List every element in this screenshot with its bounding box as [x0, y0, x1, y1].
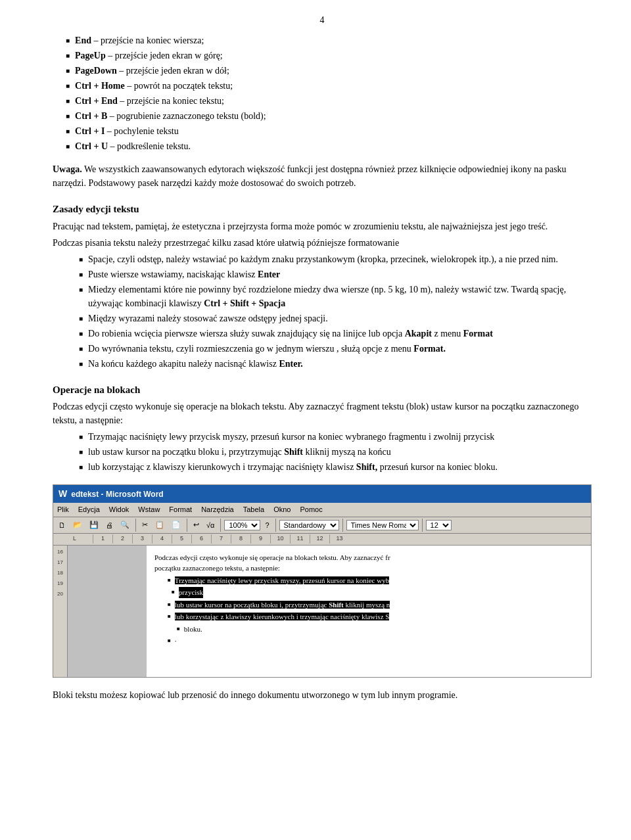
keyboard-shortcuts-list: End – przejście na koniec wiersza; PageU…: [66, 34, 592, 153]
tb-new[interactable]: 🗋: [56, 520, 68, 530]
menu-pomoc[interactable]: Pomoc: [300, 504, 322, 515]
zasady-bullets: Spacje, czyli odstęp, należy wstawiać po…: [66, 252, 592, 371]
ruler-mark: 8: [231, 534, 250, 544]
page-number: 4: [53, 13, 592, 27]
word-list-item1b: przycisk: [162, 587, 583, 598]
bullet-text: Do robienia wcięcia pierwsze wiersza słu…: [88, 327, 493, 340]
tb-preview[interactable]: 🔍: [118, 519, 132, 530]
ruler-mark: 11: [290, 534, 310, 544]
ruler-marks: 1 2 3 4 5 6 7 8 9 10 11 12 13: [93, 534, 591, 544]
tb-formula[interactable]: √α: [204, 520, 217, 530]
shortcut-key: Ctrl + Home: [75, 81, 125, 91]
operacje-heading: Operacje na blokach: [53, 383, 592, 398]
tb-style[interactable]: Standardowy: [279, 520, 339, 530]
ruler-mark: 5: [172, 534, 191, 544]
menu-plik[interactable]: Plik: [57, 504, 69, 515]
toolbar-row: 🗋 📂 💾 🖨 🔍 ✂ 📋 📄 ↩ √α 100% ? Standardowy …: [53, 517, 591, 534]
list-item: Miedzy elementami które nie powinny być …: [79, 283, 592, 310]
uwaga-title: Uwaga.: [53, 164, 82, 174]
word-content-bloku: bloku.: [184, 624, 202, 635]
shortcut-desc: – przejście na koniec tekstu;: [120, 96, 224, 106]
shortcut-key: Ctrl + B: [75, 111, 107, 121]
menu-narzedzia[interactable]: Narzędzia: [201, 504, 234, 515]
tb-paste[interactable]: 📄: [169, 519, 183, 530]
bullet-text: lub korzystając z klawiszy kierunkowych …: [88, 460, 498, 474]
bottom-text: Bloki tekstu możesz kopiować lub przenos…: [53, 688, 592, 702]
bullet-text: lub ustaw kursor na początku bloku i, pr…: [88, 445, 391, 459]
shortcut-key: Ctrl + U: [75, 141, 108, 151]
operacje-section: Operacje na blokach Podczas edycji częst…: [53, 383, 592, 475]
shortcut-desc: – przejście na koniec wiersza;: [93, 35, 204, 45]
zasady-section: Zasady edycji tekstu Pracując nad tekste…: [53, 202, 592, 371]
tb-cut[interactable]: ✂: [139, 519, 151, 530]
list-item: Do wyrównania tekstu, czyli rozmieszczen…: [79, 342, 592, 356]
tb-zoom[interactable]: 100%: [224, 520, 260, 530]
toolbar-separator2: [187, 519, 187, 532]
word-content-list: Trzymając naciśnięty lewy przycisk myszy…: [154, 575, 583, 647]
toolbar-separator5: [342, 519, 343, 532]
ruler-left-margin: L: [73, 534, 93, 544]
zasady-text1: Podczas pisania tekstu należy przestrzeg…: [53, 236, 592, 250]
shortcut-desc: – pochylenie tekstu: [107, 126, 179, 136]
tb-save[interactable]: 💾: [87, 519, 101, 530]
tb-copy[interactable]: 📋: [152, 519, 167, 530]
bullet-text: Miedzy elementami które nie powinny być …: [88, 283, 592, 310]
tb-open[interactable]: 📂: [70, 519, 85, 530]
shortcut-key: PageUp: [75, 51, 106, 60]
word-sidebar-ruler: 16 17 18 19 20: [53, 546, 68, 677]
list-item: Ctrl + U – podkreślenie tekstu.: [66, 139, 592, 153]
list-item: Ctrl + Home – powrót na początek tekstu;: [66, 79, 592, 93]
selected-text-cont: przycisk: [179, 587, 203, 598]
list-item: Spacje, czyli odstęp, należy wstawiać po…: [79, 252, 592, 266]
selected-text2: lub ustaw kursor na początku bloku i, pr…: [175, 601, 390, 609]
menu-format[interactable]: Format: [169, 504, 192, 515]
tb-fontsize[interactable]: 12: [426, 520, 452, 530]
shortcut-key: Ctrl + End: [75, 96, 118, 106]
word-app-icon: W: [58, 487, 67, 501]
word-body-area: 16 17 18 19 20 Podczas edycji często wyk…: [53, 546, 591, 677]
shortcut-desc: – podkreślenie tekstu.: [110, 141, 191, 151]
list-item: Między wyrazami należy stosować zawsze o…: [79, 312, 592, 325]
bullet-text: Puste wiersze wstawiamy, naciskając klaw…: [88, 268, 280, 281]
word-list-item3: lub korzystając z klawiszy kierunkowych …: [168, 611, 583, 622]
bullet-text: Spacje, czyli odstęp, należy wstawiać po…: [88, 252, 558, 266]
uwaga-text: We wszystkich zaawansowanych edytorach w…: [53, 164, 567, 188]
tb-print[interactable]: 🖨: [103, 520, 116, 530]
ruler-num: 17: [57, 557, 63, 568]
menu-okno[interactable]: Okno: [273, 504, 291, 515]
menu-widok[interactable]: Widok: [109, 504, 129, 515]
list-item: PageUp – przejście jeden ekran w górę;: [66, 49, 592, 62]
tb-help[interactable]: ?: [262, 520, 271, 530]
list-item: Ctrl + I – pochylenie tekstu: [66, 124, 592, 138]
menu-edycja[interactable]: Edycja: [78, 504, 100, 515]
shortcut-key: Ctrl + I: [75, 126, 105, 136]
word-content-area: Podczas edycji często wykonuje się opera…: [147, 546, 591, 677]
word-list-item2: lub ustaw kursor na początku bloku i, pr…: [168, 599, 583, 611]
ruler-num: 16: [57, 547, 63, 557]
tb-undo[interactable]: ↩: [191, 519, 202, 530]
tb-font[interactable]: Times New Roman: [346, 520, 419, 530]
ruler-num: 18: [57, 568, 63, 578]
ruler-num: 19: [57, 578, 63, 589]
menu-wstaw[interactable]: Wstaw: [138, 504, 160, 515]
operacje-bullets: Trzymając naciśnięty lewy przycisk myszy…: [66, 430, 592, 474]
list-item: End – przejście na koniec wiersza;: [66, 34, 592, 47]
list-item: Trzymając naciśnięty lewy przycisk myszy…: [79, 430, 592, 444]
ruler-mark: 4: [152, 534, 172, 544]
bullet-text: Do wyrównania tekstu, czyli rozmieszczen…: [88, 342, 446, 356]
shortcut-desc: – pogrubienie zaznaczonego tekstu (bold)…: [110, 111, 266, 121]
toolbar-separator: [135, 519, 136, 532]
list-item: Ctrl + B – pogrubienie zaznaczonego teks…: [66, 109, 592, 123]
word-screenshot: W edtekst - Microsoft Word Plik Edycja W…: [53, 484, 592, 678]
ruler-mark: 10: [270, 534, 290, 544]
list-item: Do robienia wcięcia pierwsze wiersza słu…: [79, 327, 592, 340]
zasady-intro: Pracując nad tekstem, pamiętaj, że estet…: [53, 220, 592, 233]
shortcut-desc: – przejście jeden ekran w górę;: [108, 51, 223, 60]
ruler-mark: 6: [191, 534, 211, 544]
ruler-mark: 3: [132, 534, 152, 544]
uwaga-section: Uwaga. We wszystkich zaawansowanych edyt…: [53, 162, 592, 190]
word-list-item-bloku: bloku.: [154, 624, 583, 635]
bullet-text: Na końcu każdego akapitu należy nacisnąć…: [88, 357, 303, 371]
menu-tabela[interactable]: Tabela: [243, 504, 264, 515]
list-item: Ctrl + End – przejście na koniec tekstu;: [66, 94, 592, 108]
